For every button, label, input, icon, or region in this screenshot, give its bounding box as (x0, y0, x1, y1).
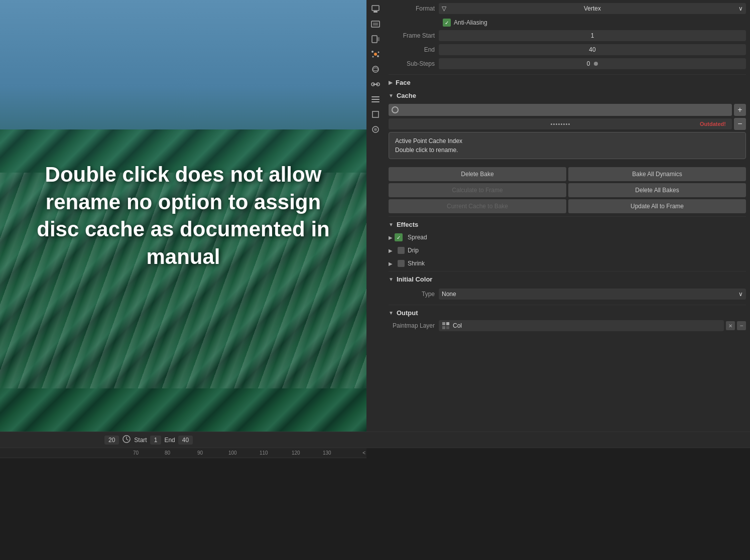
effects-section-header[interactable]: ▼ Effects (385, 218, 750, 231)
cache-name-input[interactable] (389, 104, 732, 116)
timeline-toolbar: 20 Start 1 End 40 (0, 432, 750, 448)
format-label: Format (389, 5, 439, 12)
bake-all-dynamics-button[interactable]: Bake All Dynamics (568, 167, 746, 181)
svg-point-9 (372, 56, 374, 58)
effects-arrow-icon: ▼ (389, 222, 394, 227)
initial-color-label: Initial Color (397, 275, 433, 283)
delete-bake-button[interactable]: Delete Bake (389, 167, 566, 181)
frame-start-label: Frame Start (389, 32, 439, 39)
cache-dots-container[interactable] (389, 118, 732, 129)
svg-rect-14 (372, 111, 379, 117)
spread-item[interactable]: ▶ ✓ Spread (385, 231, 750, 244)
svg-rect-5 (378, 37, 380, 41)
substeps-row: Sub-Steps 0 (389, 57, 746, 70)
separator-1 (389, 74, 746, 75)
type-dropdown[interactable]: None ∨ (439, 289, 746, 300)
format-dropdown[interactable]: ▽ Vertex ∨ (439, 3, 746, 14)
svg-point-11 (372, 66, 379, 72)
paintmap-layer-label: Paintmap Layer (389, 322, 439, 329)
update-all-to-frame-button[interactable]: Update All to Frame (568, 199, 746, 213)
output-section-header[interactable]: ▼ Output (385, 306, 750, 319)
timeline-left: 70 80 90 100 110 120 130 < (0, 448, 366, 560)
spread-label: Spread (408, 234, 427, 241)
sidebar-icon-modifiers[interactable] (368, 92, 383, 106)
cache-container: + − Outdated! Active Point Cache Index D… (385, 102, 750, 165)
ruler-mark-80: 80 (165, 450, 170, 456)
type-label: Type (389, 291, 439, 298)
ruler-mark-100: 100 (228, 450, 237, 456)
sidebar-icon-output[interactable] (368, 32, 383, 46)
face-arrow-icon: ▶ (389, 80, 393, 85)
svg-point-10 (377, 55, 379, 57)
paintmap-close-button[interactable]: ✕ (726, 321, 735, 330)
drip-label: Drip (408, 247, 419, 254)
timeline-area: 20 Start 1 End 40 70 80 90 100 110 120 1… (0, 432, 750, 560)
frame-start-value[interactable]: 1 (439, 30, 746, 41)
cache-section-label: Cache (397, 92, 416, 99)
face-section-header[interactable]: ▶ Face (385, 76, 750, 89)
viewport[interactable]: Double click does not allow rename no op… (0, 0, 366, 432)
calculate-to-frame-button[interactable]: Calculate to Frame (389, 183, 566, 197)
sidebar-icon-object[interactable] (368, 107, 383, 121)
spread-arrow-icon: ▶ (389, 235, 393, 240)
type-value: None (442, 291, 456, 298)
delete-all-bakes-button[interactable]: Delete All Bakes (568, 183, 746, 197)
svg-rect-3 (373, 23, 378, 26)
sidebar-icon-render[interactable] (368, 17, 383, 31)
shrink-item[interactable]: ▶ Shrink (385, 257, 750, 270)
cache-add-button[interactable]: + (734, 104, 746, 116)
sidebar-icon-scene[interactable] (368, 2, 383, 16)
timeline-start-value[interactable]: 1 (150, 436, 162, 445)
initial-color-header[interactable]: ▼ Initial Color (385, 272, 750, 286)
separator-4 (389, 305, 746, 305)
ruler-mark-120: 120 (292, 450, 300, 456)
substeps-label: Sub-Steps (389, 60, 439, 67)
sidebar-icon-constraints[interactable] (368, 77, 383, 91)
timeline-content: 70 80 90 100 110 120 130 < (0, 448, 750, 560)
tooltip-line1: Active Point Cache Index (395, 136, 739, 146)
sidebar-icon-material[interactable] (368, 122, 383, 136)
end-label: End (389, 46, 439, 53)
ruler-mark-130: 130 (323, 450, 331, 456)
cache-section-header[interactable]: ▼ Cache (385, 89, 750, 102)
timeline-clock-icon (122, 435, 131, 444)
svg-rect-17 (442, 322, 445, 325)
cache-remove-button[interactable]: − (734, 118, 746, 130)
substeps-dot (594, 62, 598, 66)
sidebar-icon-physics[interactable] (368, 62, 383, 76)
svg-rect-1 (373, 11, 378, 13)
end-row: End 40 (389, 43, 746, 56)
drip-arrow-icon: ▶ (389, 248, 393, 253)
tooltip-line2: Double click to rename. (395, 146, 739, 155)
face-section-label: Face (396, 79, 411, 86)
end-value[interactable]: 40 (439, 44, 746, 55)
timeline-end-label: End (164, 437, 175, 444)
effects-section-label: Effects (397, 221, 418, 228)
svg-point-16 (374, 128, 377, 131)
current-cache-to-bake-button[interactable]: Current Cache to Bake (389, 199, 566, 213)
paintmap-minus-button[interactable]: − (737, 321, 746, 330)
svg-rect-20 (446, 326, 449, 329)
format-value: Vertex (584, 5, 601, 12)
output-section-label: Output (397, 309, 418, 317)
svg-point-6 (374, 53, 377, 56)
drip-color-swatch (398, 247, 405, 254)
timeline-ruler[interactable]: 70 80 90 100 110 120 130 < (0, 448, 366, 458)
timeline-end-value[interactable]: 40 (178, 436, 193, 445)
shrink-label: Shrink (408, 260, 425, 267)
svg-rect-18 (442, 326, 445, 329)
paintmap-row: Paintmap Layer Col ✕ − (385, 319, 750, 332)
frame-start-row: Frame Start 1 (389, 29, 746, 42)
action-buttons-grid: Delete Bake Bake All Dynamics Calculate … (385, 165, 750, 215)
properties-panel: Format ▽ Vertex ∨ ✓ Anti-Aliasing Frame … (385, 0, 750, 432)
spread-checkbox[interactable]: ✓ (395, 233, 403, 241)
paintmap-input[interactable]: Col (439, 320, 724, 331)
cache-arrow-icon: ▼ (389, 93, 394, 98)
timeline-frame-display[interactable]: 20 (104, 436, 119, 445)
antialiasing-checkbox[interactable]: ✓ (443, 19, 451, 27)
antialiasing-label: Anti-Aliasing (454, 19, 487, 26)
sidebar-icon-particles[interactable] (368, 47, 383, 61)
drip-item[interactable]: ▶ Drip (385, 244, 750, 257)
svg-point-7 (371, 51, 373, 53)
substeps-value[interactable]: 0 (439, 58, 746, 69)
